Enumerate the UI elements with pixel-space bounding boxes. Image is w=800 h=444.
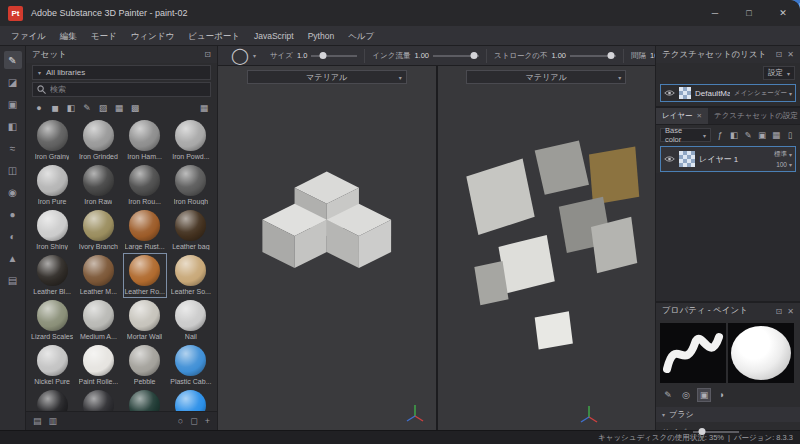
brush-size-slider[interactable] xyxy=(693,431,739,433)
add-asset-button[interactable]: + xyxy=(205,416,210,426)
menu-item-4[interactable]: ビューポート xyxy=(181,26,247,46)
paint-mode-icon[interactable]: ✎ xyxy=(661,388,675,402)
menu-item-5[interactable]: JavaScript xyxy=(247,26,301,46)
eraser-tool-icon[interactable]: ◪ xyxy=(4,73,22,91)
add-effect-icon[interactable]: ƒ xyxy=(714,129,726,141)
search-box[interactable] xyxy=(32,82,211,97)
display-settings-tool-icon[interactable]: ▤ xyxy=(4,271,22,289)
shelf-list-icon[interactable]: ▥ xyxy=(49,416,58,426)
filter-smart-materials-icon[interactable]: ◼ xyxy=(48,101,62,114)
add-group-icon[interactable]: ▣ xyxy=(756,129,768,141)
menu-item-0[interactable]: ファイル xyxy=(4,26,53,46)
material-picker-tool-icon[interactable]: ◉ xyxy=(4,183,22,201)
dock-icon[interactable]: ⊡ xyxy=(776,307,783,316)
shader-dropdown[interactable]: メインシェーダー ▾ xyxy=(734,89,792,98)
menu-item-7[interactable]: ヘルプ xyxy=(341,26,381,46)
maximize-button[interactable]: □ xyxy=(732,0,766,26)
close-button[interactable]: ✕ xyxy=(766,0,800,26)
brush-stroke-preview[interactable] xyxy=(660,323,726,383)
material-item[interactable]: Pebble xyxy=(123,343,167,388)
polygon-fill-tool-icon[interactable]: ◧ xyxy=(4,117,22,135)
material-item[interactable] xyxy=(123,388,167,411)
material-item[interactable]: Iron Pure xyxy=(30,163,74,208)
material-item[interactable]: Iron Rou... xyxy=(123,163,167,208)
material-item[interactable] xyxy=(30,388,74,411)
stencil-mode-icon[interactable]: ◗ xyxy=(715,388,729,402)
material-item[interactable]: Paint Rolle... xyxy=(76,343,120,388)
filter-smart-masks-icon[interactable]: ◧ xyxy=(64,101,78,114)
add-fill-layer-icon[interactable]: ◧ xyxy=(728,129,740,141)
close-panel-icon[interactable]: ✕ xyxy=(787,50,794,59)
material-mode-icon[interactable]: ▣ xyxy=(697,388,711,402)
menu-item-6[interactable]: Python xyxy=(301,26,341,46)
material-item[interactable]: Iron Raw xyxy=(76,163,120,208)
search-input[interactable] xyxy=(50,85,206,94)
slider-thumb[interactable] xyxy=(319,52,326,59)
texture-set-row[interactable]: DefaultMaterial メインシェーダー ▾ xyxy=(660,84,796,102)
title-bar[interactable]: Pt Adobe Substance 3D Painter - paint-02… xyxy=(0,0,800,26)
material-item[interactable]: Leather M... xyxy=(76,253,120,298)
viewport-mode-dropdown[interactable]: マテリアル ▾ xyxy=(247,70,407,84)
slider-track[interactable] xyxy=(311,55,357,57)
delete-layer-icon[interactable]: ▯ xyxy=(784,129,796,141)
quick-mask-tool-icon[interactable]: ◐ xyxy=(4,227,22,245)
tab-layers[interactable]: レイヤー ✕ xyxy=(656,108,708,124)
material-item[interactable]: Medium A... xyxy=(76,298,120,343)
filter-textures-icon[interactable]: ▦ xyxy=(112,101,126,114)
tile-view-icon[interactable]: ◻ xyxy=(190,416,197,426)
sphere-view-icon[interactable]: ○ xyxy=(178,416,183,426)
material-item[interactable]: Plastic Cab... xyxy=(169,343,213,388)
material-item[interactable] xyxy=(169,388,213,411)
slider-thumb[interactable] xyxy=(471,52,478,59)
airbrush-mode-icon[interactable]: ◎ xyxy=(679,388,693,402)
smart-material-tool-icon[interactable]: ● xyxy=(4,205,22,223)
material-item[interactable]: Iron Shiny xyxy=(30,208,74,253)
tab-texture-set-settings[interactable]: テクスチャセットの設定 xyxy=(708,108,800,124)
material-item[interactable]: Iron Grainy xyxy=(30,118,74,163)
slider-track[interactable] xyxy=(570,55,616,57)
eye-icon[interactable] xyxy=(664,155,675,163)
library-dropdown[interactable]: ▾ All libraries xyxy=(32,65,211,80)
menu-item-3[interactable]: ウィンドウ xyxy=(124,26,182,46)
material-item[interactable]: Iron Grinded xyxy=(76,118,120,163)
material-preview[interactable] xyxy=(728,323,794,383)
filter-brushes-icon[interactable]: ✎ xyxy=(80,101,94,114)
material-item[interactable]: Leather So... xyxy=(169,253,213,298)
material-item[interactable]: Iron Rough xyxy=(169,163,213,208)
clone-tool-icon[interactable]: ◫ xyxy=(4,161,22,179)
channel-dropdown[interactable]: Base color ▾ xyxy=(660,128,711,142)
viewport-2d[interactable]: マテリアル ▾ xyxy=(438,66,656,430)
close-panel-icon[interactable]: ✕ xyxy=(787,307,794,316)
slider-track[interactable] xyxy=(433,55,479,57)
material-item[interactable]: Leather bag xyxy=(169,208,213,253)
eye-icon[interactable] xyxy=(664,89,675,97)
material-item[interactable]: Iron Ham... xyxy=(123,118,167,163)
material-item[interactable]: Lizard Scales xyxy=(30,298,74,343)
projection-tool-icon[interactable]: ▣ xyxy=(4,95,22,113)
material-item[interactable] xyxy=(76,388,120,411)
filter-materials-icon[interactable]: ● xyxy=(32,101,46,114)
material-item[interactable]: Leather Ro... xyxy=(123,253,167,298)
stroke-shape-dropdown[interactable]: ◯ ▾ xyxy=(224,49,263,63)
viewport-mode-dropdown[interactable]: マテリアル ▾ xyxy=(466,70,626,84)
paint-tool-icon[interactable]: ✎ xyxy=(4,51,22,69)
material-item[interactable]: Nail xyxy=(169,298,213,343)
add-mask-icon[interactable]: ▦ xyxy=(770,129,782,141)
texture-set-settings-dropdown[interactable]: 設定 ▾ xyxy=(763,66,795,80)
geometry-mask-tool-icon[interactable]: ▲ xyxy=(4,249,22,267)
close-tab-icon[interactable]: ✕ xyxy=(697,112,702,120)
blend-mode-dropdown[interactable]: 標準 ▾ xyxy=(774,150,792,159)
dock-icon[interactable]: ⊡ xyxy=(204,50,211,59)
material-item[interactable]: Mortar Wall xyxy=(123,298,167,343)
material-item[interactable]: Iron Powd... xyxy=(169,118,213,163)
menu-item-1[interactable]: 編集 xyxy=(53,26,84,46)
filter-environments-icon[interactable]: ▩ xyxy=(128,101,142,114)
material-item[interactable]: Nickel Pure xyxy=(30,343,74,388)
slider-value[interactable]: 1.00 xyxy=(551,51,566,60)
shelf-icon[interactable]: ▤ xyxy=(33,416,42,426)
layer-row[interactable]: レイヤー 1 標準 ▾ 100 ▾ xyxy=(660,146,796,172)
slider-value[interactable]: 1.0 xyxy=(297,51,307,60)
grid-view-icon[interactable]: ▦ xyxy=(197,101,211,114)
filter-alphas-icon[interactable]: ▨ xyxy=(96,101,110,114)
brush-section-header[interactable]: ▾ ブラシ xyxy=(656,407,800,422)
